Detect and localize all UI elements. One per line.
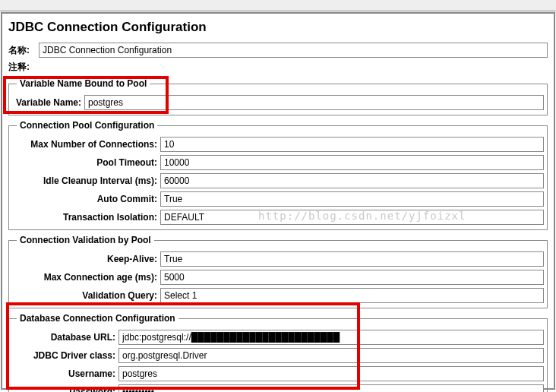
panel-title: JDBC Connection Configuration — [8, 17, 548, 43]
connection-validation-legend: Connection Validation by Pool — [17, 235, 154, 245]
jdbc-driver-input[interactable] — [118, 348, 544, 363]
config-panel: JDBC Connection Configuration 名称: 注释: Va… — [1, 12, 555, 390]
tx-isolation-input[interactable] — [160, 210, 544, 225]
idle-cleanup-label: Idle Cleanup Interval (ms): — [12, 175, 160, 186]
name-label: 名称: — [8, 44, 39, 57]
keep-alive-input[interactable] — [160, 251, 544, 267]
auto-commit-label: Auto Commit: — [12, 194, 160, 204]
connection-validation-fieldset: Connection Validation by Pool Keep-Alive… — [8, 235, 548, 308]
database-url-input[interactable] — [118, 330, 544, 345]
validation-query-label: Validation Query: — [12, 290, 160, 301]
pool-timeout-input[interactable] — [160, 155, 544, 170]
comment-label: 注释: — [8, 61, 39, 74]
max-connections-label: Max Number of Connections: — [12, 139, 160, 150]
username-label: Username: — [12, 368, 118, 379]
validation-query-input[interactable] — [160, 288, 544, 303]
connection-pool-legend: Connection Pool Configuration — [17, 120, 157, 131]
max-age-input[interactable] — [160, 270, 544, 285]
variable-name-label: Variable Name: — [12, 97, 84, 108]
tx-isolation-label: Transaction Isolation: — [12, 212, 160, 223]
variable-pool-fieldset: Variable Name Bound to Pool Variable Nam… — [8, 78, 548, 115]
username-input[interactable] — [118, 366, 544, 381]
comment-row: 注释: — [8, 61, 548, 74]
password-label: Password: — [12, 387, 118, 392]
database-connection-fieldset: Database Connection Configuration Databa… — [8, 313, 548, 392]
name-row: 名称: — [8, 43, 548, 58]
pool-timeout-label: Pool Timeout: — [12, 157, 160, 168]
toolbar-strip — [0, 0, 556, 11]
database-connection-legend: Database Connection Configuration — [17, 313, 178, 324]
keep-alive-label: Keep-Alive: — [12, 254, 160, 264]
max-age-label: Max Connection age (ms): — [12, 272, 160, 283]
idle-cleanup-input[interactable] — [160, 173, 544, 188]
name-input[interactable] — [39, 43, 548, 58]
auto-commit-input[interactable] — [160, 191, 544, 207]
max-connections-input[interactable] — [160, 137, 544, 152]
password-input[interactable] — [118, 384, 544, 392]
jdbc-driver-label: JDBC Driver class: — [12, 350, 118, 361]
connection-pool-fieldset: Connection Pool Configuration Max Number… — [8, 120, 548, 230]
variable-name-input[interactable] — [84, 95, 544, 110]
database-url-label: Database URL: — [12, 332, 118, 343]
variable-pool-legend: Variable Name Bound to Pool — [17, 78, 150, 89]
